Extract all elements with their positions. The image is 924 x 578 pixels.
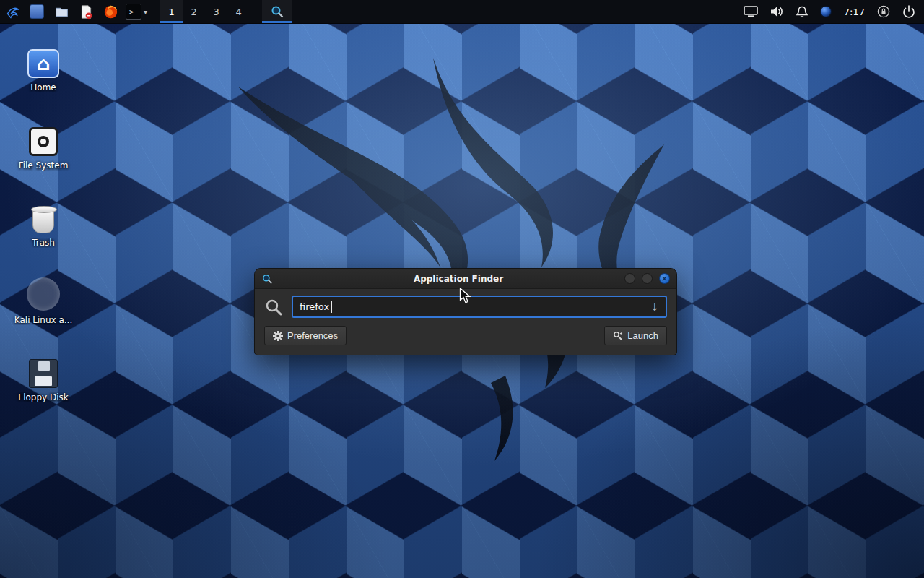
desktop-icon-label: File System	[6, 160, 81, 171]
firefox-icon	[103, 4, 118, 20]
text-caret	[331, 301, 332, 313]
launch-button[interactable]: Launch	[604, 326, 667, 345]
search-input[interactable]: firefox ↓	[292, 296, 667, 318]
firefox-launcher[interactable]	[98, 0, 123, 23]
dialog-body: firefox ↓	[255, 289, 676, 354]
desktop: > ▾ 1 2 3 4	[0, 0, 924, 578]
desktop-icon-trash[interactable]: Trash	[6, 196, 81, 248]
desktop-icon-file-system[interactable]: File System	[6, 118, 81, 171]
logout-power-icon[interactable]	[902, 5, 915, 18]
window-title: Application Finder	[298, 274, 619, 284]
dropdown-arrow-icon[interactable]: ↓	[650, 301, 659, 313]
preferences-button[interactable]: Preferences	[264, 326, 346, 345]
window-title-icon	[261, 273, 273, 285]
system-tray: 7:17	[744, 0, 924, 23]
desktop-icon-label: Kali Linux a...	[6, 315, 81, 325]
desktop-icon-label: Trash	[6, 238, 81, 248]
desktop-icon-floppy-disk[interactable]: Floppy Disk	[6, 350, 81, 402]
kali-menu-icon	[5, 4, 20, 20]
kali-docs-icon	[27, 277, 60, 311]
top-panel: > ▾ 1 2 3 4	[0, 0, 924, 24]
window-icon	[30, 4, 44, 19]
window-manager-launcher[interactable]	[25, 0, 49, 23]
workspace-switcher: 1 2 3 4	[160, 0, 250, 23]
desktop-icon-home[interactable]: ⌂ Home	[6, 40, 81, 92]
volume-icon[interactable]	[770, 6, 784, 17]
floppy-disk-icon	[29, 359, 58, 388]
preferences-label: Preferences	[287, 330, 338, 341]
application-finder-window: Application Finder × firefox ↓	[254, 268, 677, 355]
trash-icon	[32, 209, 54, 233]
desktop-icon-kali-linux[interactable]: Kali Linux a...	[6, 273, 81, 325]
search-icon	[264, 298, 283, 316]
panel-separator	[256, 5, 256, 18]
taskbar-application-finder[interactable]	[262, 0, 292, 23]
notification-bell-icon[interactable]	[796, 6, 808, 18]
file-system-icon	[29, 127, 58, 156]
workspace-3[interactable]: 3	[205, 0, 227, 23]
panel-launchers: > ▾ 1 2 3 4	[0, 0, 292, 23]
clock[interactable]: 7:17	[844, 7, 865, 17]
desktop-icon-label: Floppy Disk	[6, 392, 81, 402]
folder-icon	[54, 4, 69, 20]
home-icon: ⌂	[27, 49, 59, 78]
screen-lock-icon[interactable]	[877, 5, 890, 18]
chevron-down-icon: ▾	[144, 8, 147, 16]
application-finder-icon	[270, 4, 284, 19]
terminal-icon: >	[126, 4, 141, 20]
workspace-2[interactable]: 2	[183, 0, 205, 23]
titlebar[interactable]: Application Finder ×	[255, 269, 676, 289]
workspace-1[interactable]: 1	[160, 0, 183, 23]
text-editor-launcher[interactable]	[74, 0, 98, 23]
launch-label: Launch	[627, 330, 658, 341]
search-input-value: firefox	[300, 301, 329, 312]
kali-dragon-logo	[195, 58, 700, 462]
applications-menu-button[interactable]	[0, 0, 25, 23]
launch-icon	[613, 331, 623, 341]
terminal-launcher[interactable]: > ▾	[123, 0, 150, 23]
minimize-button[interactable]	[624, 273, 635, 284]
maximize-button[interactable]	[642, 273, 653, 284]
file-manager-launcher[interactable]	[49, 0, 74, 23]
document-icon	[79, 4, 94, 20]
status-orb-icon[interactable]	[820, 6, 832, 17]
gear-icon	[273, 331, 283, 341]
display-icon[interactable]	[744, 6, 758, 17]
workspace-4[interactable]: 4	[227, 0, 250, 23]
desktop-icon-label: Home	[6, 82, 81, 92]
close-button[interactable]: ×	[659, 273, 670, 284]
